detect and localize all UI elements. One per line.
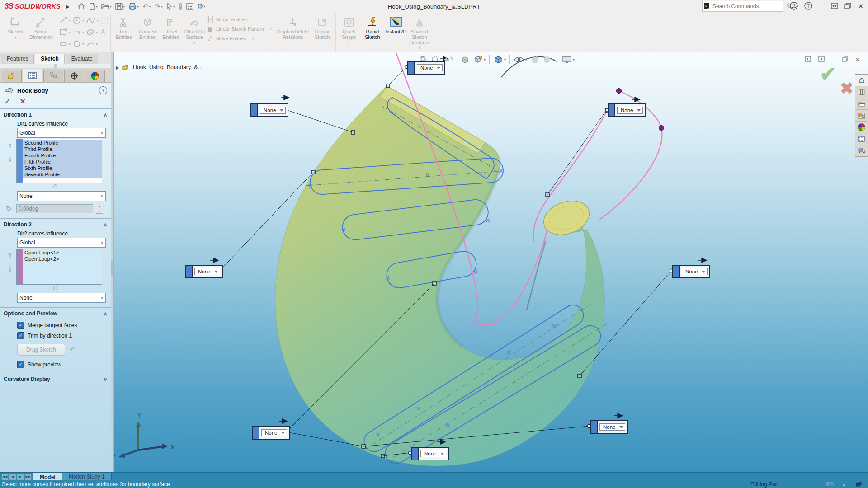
offset-entities-button[interactable]: Offset Entities — [159, 13, 183, 52]
solidworks-forum-icon[interactable] — [855, 145, 868, 156]
boundary-tangent-callout[interactable]: None — [407, 61, 445, 75]
repair-sketch-button[interactable]: Repair Sketch — [311, 13, 334, 52]
boundary-tangent-callout[interactable]: None — [252, 426, 290, 440]
select-cursor-button[interactable]: ▾ — [165, 1, 176, 11]
view-settings-icon[interactable]: ▾ — [561, 54, 576, 65]
instant2d-button[interactable]: Instant2D — [384, 13, 408, 52]
first-tab-button[interactable]: ◀◀ — [1, 474, 9, 480]
help-icon[interactable]: ? — [804, 2, 812, 11]
trim-arc-tool-button[interactable]: ▾ — [72, 26, 85, 38]
move-entities-button[interactable]: ⤢Move Entities▾ — [206, 35, 272, 42]
view-palette-icon[interactable] — [855, 110, 868, 122]
custom-properties-icon[interactable] — [855, 133, 868, 145]
tangency-dropdown[interactable]: None — [617, 107, 643, 114]
tangency-dropdown[interactable]: None — [194, 268, 220, 275]
move-up-button[interactable]: ⇑ — [7, 252, 13, 259]
print-button[interactable]: ▾ — [127, 1, 140, 11]
collapse-chevron-icon[interactable]: ∧ — [104, 112, 107, 118]
show-preview-checkbox[interactable]: ✓ — [17, 361, 24, 368]
model-tab[interactable]: Model — [33, 473, 62, 481]
tab-features[interactable]: Features — [1, 54, 34, 64]
angle-spinner[interactable]: ▲▼ — [96, 204, 103, 214]
text-tool-button[interactable]: A — [100, 26, 109, 38]
list-item[interactable]: Fifth Profile — [23, 159, 102, 165]
next-tab-button[interactable]: ▶ — [17, 474, 24, 480]
ellipse-tool-button[interactable]: ▾ — [85, 26, 99, 38]
units-caret-icon[interactable]: ▲ — [842, 482, 846, 487]
collapse-chevron-icon[interactable]: ∧ — [104, 311, 107, 317]
move-down-button[interactable]: ⇓ — [7, 156, 13, 163]
dock-right-button[interactable] — [818, 56, 825, 63]
quick-snaps-button[interactable]: Quick Snaps ▾ — [337, 13, 361, 52]
redo-button[interactable]: ↷▾ — [153, 1, 164, 11]
motion-study-tab[interactable]: Motion Study 1 — [62, 473, 112, 481]
home-tab-icon[interactable] — [855, 75, 868, 86]
mouse-gestures-button[interactable] — [177, 1, 184, 11]
list-resize-grip[interactable] — [53, 184, 57, 188]
merge-tangent-faces-row[interactable]: ✓ Merge tangent faces — [17, 322, 111, 329]
list-resize-grip[interactable] — [53, 286, 57, 290]
dir2-influence-select[interactable]: Global ∨ — [17, 238, 106, 248]
rapid-sketch-button[interactable]: Rapid Sketch — [361, 13, 384, 52]
dir1-tangent-select[interactable]: None ∨ — [17, 191, 106, 201]
line-tool-button[interactable]: ▾ — [58, 14, 71, 26]
login-user-icon[interactable] — [790, 2, 798, 11]
expand-chevron-icon[interactable]: ∨ — [104, 376, 107, 382]
dir2-tangent-select[interactable]: None ∨ — [17, 293, 106, 303]
polygon-tool-button[interactable]: ▾ — [72, 38, 85, 50]
section-view-icon[interactable] — [460, 54, 471, 65]
boundary-tangent-callout[interactable]: None — [185, 265, 223, 278]
search-commands-box[interactable]: >_ 🔍 ▾ — [702, 1, 783, 12]
model-scene[interactable]: Y X Z — [111, 52, 868, 472]
dir1-curves-list[interactable]: Second Profile Third Profile Fourth Prof… — [16, 139, 102, 183]
span-displays-button[interactable] — [831, 3, 838, 10]
tangency-dropdown[interactable]: None — [261, 429, 287, 436]
options-header[interactable]: Options and Preview ∧ — [0, 308, 111, 319]
trim-entities-button[interactable]: Trim Entities — [112, 13, 136, 52]
merge-tangent-faces-checkbox[interactable]: ✓ — [17, 322, 24, 329]
last-tab-button[interactable]: ▶▶ — [24, 474, 32, 480]
design-library-icon[interactable] — [855, 86, 868, 98]
restore-window-button[interactable] — [844, 3, 851, 10]
list-item[interactable]: Open Loop<2> — [23, 256, 102, 262]
tangency-dropdown[interactable]: None — [682, 268, 708, 275]
search-commands-input[interactable] — [712, 3, 783, 10]
units-label[interactable]: IPS — [826, 481, 834, 488]
curvature-display-header[interactable]: Curvature Display ∨ — [0, 373, 111, 384]
drag-sketch-button[interactable]: Drag Sketch — [17, 344, 65, 356]
configuration-manager-tab[interactable] — [43, 70, 63, 82]
prev-tab-button[interactable]: ◀ — [9, 474, 16, 480]
file-explorer-icon[interactable] — [855, 98, 868, 110]
linear-sketch-pattern-button[interactable]: ▦Linear Sketch Pattern▾ — [206, 25, 272, 32]
hide-show-items-icon[interactable]: ▾ — [513, 54, 528, 65]
minimize-window-button[interactable]: ― — [819, 3, 825, 10]
tangency-dropdown[interactable]: None — [420, 450, 446, 457]
sketch-picture-button[interactable] — [100, 14, 109, 26]
smart-dimension-button[interactable]: Smart Dimension — [27, 13, 55, 52]
list-item[interactable]: Third Profile — [23, 146, 102, 152]
list-item[interactable]: Seventh Profile — [23, 171, 102, 178]
dir2-curves-list[interactable]: Open Loop<1> Open Loop<2> — [16, 249, 102, 285]
move-up-button[interactable]: ⇑ — [7, 142, 13, 150]
direction1-header[interactable]: Direction 1 ∧ — [0, 109, 111, 120]
spline-tool-button[interactable]: ▾ — [85, 14, 99, 26]
collapse-chevron-icon[interactable]: ∧ — [104, 222, 107, 228]
close-window-button[interactable]: ✕ — [858, 2, 863, 10]
panel-splitter[interactable] — [111, 52, 114, 472]
trim-by-direction1-row[interactable]: ✓ Trim by direction 1 — [17, 332, 111, 339]
direction2-header[interactable]: Direction 2 ∧ — [0, 219, 111, 230]
dimxpert-manager-tab[interactable] — [64, 70, 84, 82]
feature-manager-tree-tab[interactable] — [2, 70, 22, 82]
point-tool-button[interactable]: ▾ — [85, 38, 99, 50]
home-button[interactable] — [76, 1, 87, 11]
tangency-dropdown[interactable]: None — [260, 107, 286, 114]
offset-on-surface-button[interactable]: Offset On Surface ▾ — [183, 13, 206, 52]
save-button[interactable]: ▾ — [114, 1, 126, 11]
display-style-icon[interactable]: ▾ — [492, 54, 507, 65]
flyout-feature-tree[interactable]: ▶ Hook_Using_Boundary_&... — [116, 64, 203, 70]
menu-expand-arrow-icon[interactable]: ▶ — [66, 4, 70, 9]
slot-tool-button[interactable]: ▾ — [58, 38, 71, 50]
minimize-document-button[interactable]: – — [832, 56, 835, 63]
close-document-button[interactable]: ✕ — [855, 56, 860, 63]
boundary-tangent-callout[interactable]: None — [411, 447, 449, 460]
